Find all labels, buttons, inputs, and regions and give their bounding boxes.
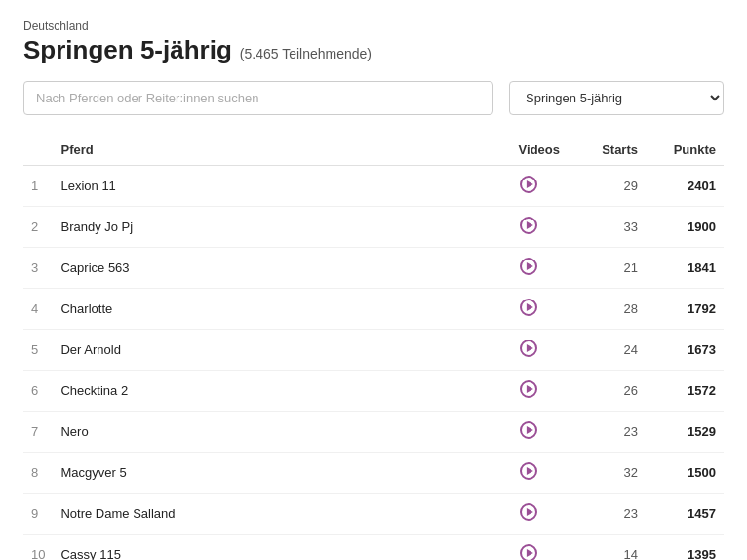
cell-points: 1572 (646, 371, 724, 412)
cell-video[interactable] (490, 494, 568, 535)
cell-points: 1900 (646, 207, 724, 248)
page: Deutschland Springen 5-jährig (5.465 Tei… (0, 0, 747, 560)
col-videos: Videos (490, 135, 568, 166)
cell-rank: 1 (23, 166, 53, 207)
play-icon[interactable] (520, 258, 537, 275)
cell-points: 1395 (646, 535, 724, 561)
cell-video[interactable] (490, 166, 568, 207)
cell-starts: 26 (568, 371, 646, 412)
cell-video[interactable] (490, 207, 568, 248)
col-starts: Starts (568, 135, 646, 166)
table-row: 6Checktina 2261572 (23, 371, 724, 412)
col-points: Punkte (646, 135, 724, 166)
table-row: 5Der Arnold241673 (23, 330, 724, 371)
cell-name: Charlotte (53, 289, 490, 330)
play-icon[interactable] (520, 421, 537, 439)
page-title: Springen 5-jährig (5.465 Teilnehmende) (23, 35, 724, 65)
table-row: 9Notre Dame Salland231457 (23, 494, 724, 535)
rankings-table: Pferd Videos Starts Punkte 1Lexion 11292… (23, 135, 724, 560)
cell-rank: 2 (23, 207, 53, 248)
play-icon[interactable] (520, 544, 537, 560)
play-icon[interactable] (520, 380, 537, 398)
cell-starts: 29 (568, 166, 646, 207)
cell-rank: 5 (23, 330, 53, 371)
play-icon[interactable] (520, 299, 537, 316)
cell-rank: 6 (23, 371, 53, 412)
cell-name: Notre Dame Salland (53, 494, 490, 535)
cell-points: 1792 (646, 289, 724, 330)
title-count: (5.465 Teilnehmende) (240, 46, 372, 61)
play-icon[interactable] (520, 462, 537, 480)
cell-rank: 7 (23, 412, 53, 453)
cell-video[interactable] (490, 535, 568, 561)
cell-name: Checktina 2 (53, 371, 490, 412)
cell-rank: 9 (23, 494, 53, 535)
cell-starts: 33 (568, 207, 646, 248)
cell-starts: 23 (568, 494, 646, 535)
cell-video[interactable] (490, 453, 568, 494)
cell-rank: 3 (23, 248, 53, 289)
category-dropdown[interactable]: Springen 5-jährig Springen 6-jährig Spri… (509, 81, 724, 115)
cell-starts: 28 (568, 289, 646, 330)
cell-video[interactable] (490, 330, 568, 371)
table-row: 1Lexion 11292401 (23, 166, 724, 207)
cell-video[interactable] (490, 289, 568, 330)
controls-bar: Springen 5-jährig Springen 6-jährig Spri… (23, 81, 724, 115)
cell-starts: 23 (568, 412, 646, 453)
cell-points: 1841 (646, 248, 724, 289)
search-input[interactable] (23, 81, 493, 115)
col-horse: Pferd (53, 135, 490, 166)
cell-rank: 8 (23, 453, 53, 494)
cell-points: 2401 (646, 166, 724, 207)
table-row: 3Caprice 563211841 (23, 248, 724, 289)
cell-name: Cassy 115 (53, 535, 490, 561)
cell-starts: 32 (568, 453, 646, 494)
table-row: 8Macgyver 5321500 (23, 453, 724, 494)
cell-name: Lexion 11 (53, 166, 490, 207)
cell-name: Der Arnold (53, 330, 490, 371)
col-rank (23, 135, 53, 166)
country-label: Deutschland (23, 20, 724, 33)
cell-name: Macgyver 5 (53, 453, 490, 494)
table-row: 10Cassy 115141395 (23, 535, 724, 561)
cell-points: 1500 (646, 453, 724, 494)
cell-points: 1457 (646, 494, 724, 535)
cell-starts: 21 (568, 248, 646, 289)
play-icon[interactable] (520, 503, 537, 521)
table-row: 7Nero231529 (23, 412, 724, 453)
play-icon[interactable] (520, 340, 537, 357)
play-icon[interactable] (520, 217, 537, 234)
cell-video[interactable] (490, 371, 568, 412)
cell-video[interactable] (490, 248, 568, 289)
cell-starts: 14 (568, 535, 646, 561)
table-row: 2Brandy Jo Pj331900 (23, 207, 724, 248)
cell-starts: 24 (568, 330, 646, 371)
cell-points: 1673 (646, 330, 724, 371)
cell-name: Caprice 563 (53, 248, 490, 289)
cell-rank: 10 (23, 535, 53, 561)
table-row: 4Charlotte281792 (23, 289, 724, 330)
cell-name: Brandy Jo Pj (53, 207, 490, 248)
cell-name: Nero (53, 412, 490, 453)
cell-rank: 4 (23, 289, 53, 330)
cell-points: 1529 (646, 412, 724, 453)
play-icon[interactable] (520, 176, 537, 193)
title-main: Springen 5-jährig (23, 35, 232, 65)
cell-video[interactable] (490, 412, 568, 453)
